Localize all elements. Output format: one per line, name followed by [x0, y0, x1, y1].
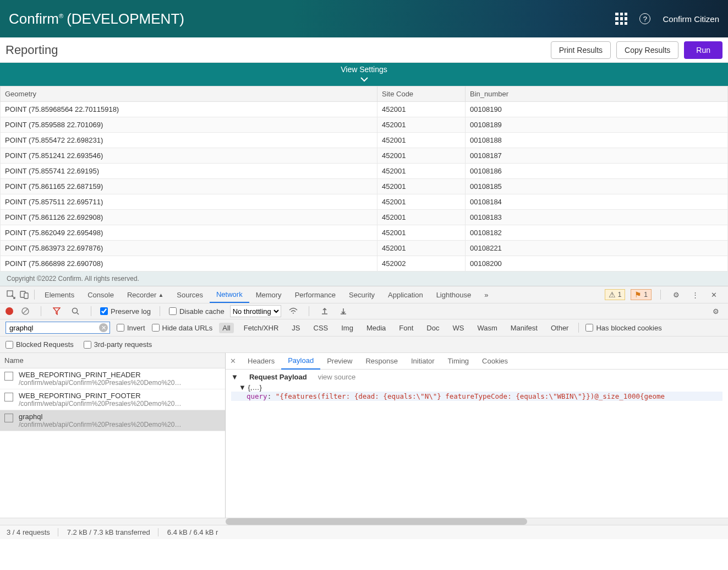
- tab-more[interactable]: »: [478, 286, 495, 303]
- tab-performance[interactable]: Performance: [288, 286, 342, 303]
- close-detail-icon[interactable]: ✕: [230, 357, 241, 365]
- subtab-payload[interactable]: Payload: [281, 353, 320, 370]
- filter-input[interactable]: [6, 322, 110, 334]
- disclosure-triangle-icon[interactable]: ▼: [231, 373, 238, 381]
- inspect-icon[interactable]: [4, 288, 18, 301]
- hide-data-urls-checkbox[interactable]: Hide data URLs: [152, 324, 213, 332]
- cell-site-code: 452002: [377, 256, 466, 272]
- cell-site-code: 452001: [377, 194, 466, 210]
- type-manifest[interactable]: Manifest: [507, 323, 541, 333]
- table-row[interactable]: POINT (75.861165 22.687159)4520010010818…: [1, 179, 728, 194]
- type-font[interactable]: Font: [396, 323, 417, 333]
- subtab-initiator[interactable]: Initiator: [404, 353, 441, 370]
- table-row[interactable]: POINT (75.855741 22.69195)45200100108186: [1, 164, 728, 179]
- type-fetch[interactable]: Fetch/XHR: [240, 323, 282, 333]
- view-source-link[interactable]: view source: [318, 373, 356, 381]
- type-js[interactable]: JS: [288, 323, 303, 333]
- cell-site-code: 452001: [377, 164, 466, 179]
- table-row[interactable]: POINT (75.862049 22.695498)4520010010818…: [1, 225, 728, 241]
- tab-security[interactable]: Security: [342, 286, 381, 303]
- table-row[interactable]: POINT (75.861126 22.692908)4520010010818…: [1, 210, 728, 225]
- request-list-header[interactable]: Name: [0, 353, 225, 368]
- has-blocked-cookies-checkbox[interactable]: Has blocked cookies: [585, 324, 661, 332]
- request-checkbox[interactable]: [4, 414, 13, 422]
- request-item[interactable]: graphql/confirm/web/api/Confirm%20Presal…: [0, 410, 225, 431]
- tab-sources[interactable]: Sources: [170, 286, 210, 303]
- subtab-timing[interactable]: Timing: [441, 353, 476, 370]
- tab-network[interactable]: Network: [210, 286, 249, 303]
- request-checkbox[interactable]: [4, 372, 13, 381]
- table-row[interactable]: POINT (75.863973 22.697876)4520010010822…: [1, 241, 728, 256]
- table-row[interactable]: POINT (75.85968564 22.70115918)452001001…: [1, 102, 728, 117]
- column-bin-number[interactable]: Bin_number: [466, 86, 728, 102]
- wifi-icon[interactable]: [287, 305, 300, 318]
- subtab-response[interactable]: Response: [359, 353, 404, 370]
- close-devtools-icon[interactable]: ✕: [707, 288, 720, 301]
- type-all[interactable]: All: [219, 323, 233, 333]
- run-button[interactable]: Run: [684, 41, 722, 59]
- table-row[interactable]: POINT (75.855472 22.698231)4520010010818…: [1, 133, 728, 148]
- type-ws[interactable]: WS: [449, 323, 467, 333]
- tab-recorder[interactable]: Recorder▲: [121, 286, 170, 303]
- upload-har-icon[interactable]: [318, 305, 331, 318]
- table-row[interactable]: POINT (75.851241 22.693546)4520010010818…: [1, 148, 728, 164]
- invert-checkbox[interactable]: Invert: [117, 324, 145, 332]
- disable-cache-checkbox[interactable]: Disable cache: [169, 307, 225, 316]
- apps-grid-icon[interactable]: [615, 13, 627, 25]
- search-icon[interactable]: [69, 305, 82, 318]
- tab-elements[interactable]: Elements: [38, 286, 81, 303]
- clear-filter-icon[interactable]: ✕: [99, 323, 108, 332]
- request-item[interactable]: WEB_REPORTING_PRINT_FOOTER/confirm/web/a…: [0, 389, 225, 410]
- type-css[interactable]: CSS: [310, 323, 332, 333]
- table-row[interactable]: POINT (75.857511 22.695711)4520010010818…: [1, 194, 728, 210]
- request-url: /confirm/web/api/Confirm%20Presales%20De…: [19, 421, 181, 428]
- throttling-select[interactable]: No throttling: [230, 305, 281, 317]
- subtab-preview[interactable]: Preview: [320, 353, 359, 370]
- status-resources: 6.4 kB / 6.4 kB r: [167, 528, 218, 536]
- issues-chip[interactable]: ⚑1: [631, 289, 652, 300]
- preserve-log-checkbox[interactable]: Preserve log: [100, 307, 151, 316]
- cell-site-code: 452001: [377, 133, 466, 148]
- request-checkbox[interactable]: [4, 393, 13, 401]
- tab-memory[interactable]: Memory: [249, 286, 288, 303]
- help-icon[interactable]: ?: [639, 13, 650, 24]
- type-other[interactable]: Other: [548, 323, 572, 333]
- clear-icon[interactable]: [19, 305, 32, 318]
- view-settings-toggle[interactable]: View Settings: [0, 63, 728, 86]
- copy-results-button[interactable]: Copy Results: [616, 41, 678, 59]
- warnings-chip[interactable]: ⚠1: [605, 289, 626, 300]
- type-img[interactable]: Img: [338, 323, 357, 333]
- print-results-button[interactable]: Print Results: [551, 41, 611, 59]
- request-item[interactable]: WEB_REPORTING_PRINT_HEADER/confirm/web/a…: [0, 368, 225, 389]
- type-doc[interactable]: Doc: [423, 323, 442, 333]
- record-icon[interactable]: [6, 307, 13, 315]
- cell-geometry: POINT (75.861165 22.687159): [1, 179, 377, 194]
- third-party-checkbox[interactable]: 3rd-party requests: [84, 340, 152, 349]
- tab-application[interactable]: Application: [381, 286, 430, 303]
- cell-bin-number: 00108183: [466, 210, 728, 225]
- kebab-menu-icon[interactable]: ⋮: [688, 288, 702, 301]
- payload-query-line[interactable]: query: "{features(filter: {dead: {equals…: [231, 392, 722, 401]
- blocked-requests-checkbox[interactable]: Blocked Requests: [6, 340, 74, 349]
- cell-bin-number: 00108185: [466, 179, 728, 194]
- subtab-cookies[interactable]: Cookies: [475, 353, 514, 370]
- subtab-headers[interactable]: Headers: [241, 353, 281, 370]
- request-payload-heading: Request Payload: [249, 373, 307, 381]
- network-settings-gear-icon[interactable]: ⚙: [709, 305, 722, 318]
- column-site-code[interactable]: Site Code: [377, 86, 466, 102]
- tab-console[interactable]: Console: [81, 286, 121, 303]
- type-media[interactable]: Media: [363, 323, 389, 333]
- device-toggle-icon[interactable]: [18, 288, 31, 301]
- filter-funnel-icon[interactable]: [50, 305, 63, 318]
- horizontal-scrollbar[interactable]: [226, 518, 728, 525]
- table-row[interactable]: POINT (75.859588 22.701069)4520010010818…: [1, 117, 728, 133]
- detail-subtabs: ✕ Headers Payload Preview Response Initi…: [226, 353, 728, 370]
- column-geometry[interactable]: Geometry: [1, 86, 377, 102]
- user-label[interactable]: Confirm Citizen: [663, 14, 719, 24]
- payload-tree-root[interactable]: ▼ {,…}: [231, 383, 722, 392]
- download-har-icon[interactable]: [337, 305, 350, 318]
- tab-lighthouse[interactable]: Lighthouse: [430, 286, 478, 303]
- table-row[interactable]: POINT (75.866898 22.690708)4520020010820…: [1, 256, 728, 272]
- type-wasm[interactable]: Wasm: [474, 323, 500, 333]
- settings-gear-icon[interactable]: ⚙: [670, 288, 683, 301]
